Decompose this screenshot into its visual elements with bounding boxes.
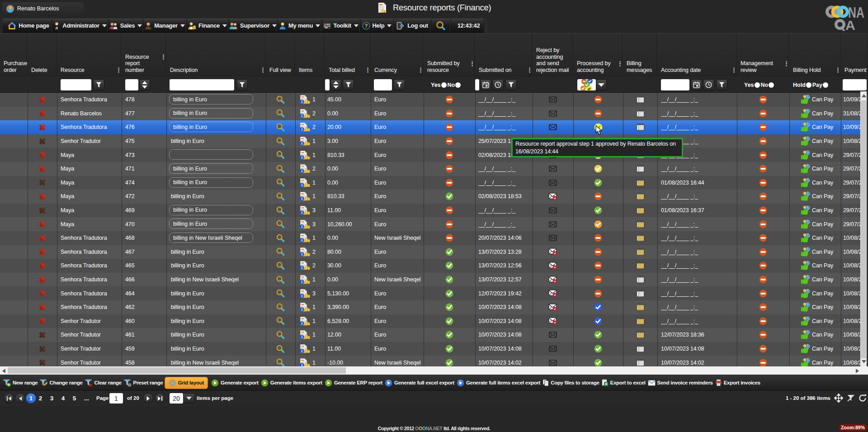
svg-text:A: A bbox=[845, 18, 855, 31]
svg-text:?: ? bbox=[364, 23, 368, 28]
